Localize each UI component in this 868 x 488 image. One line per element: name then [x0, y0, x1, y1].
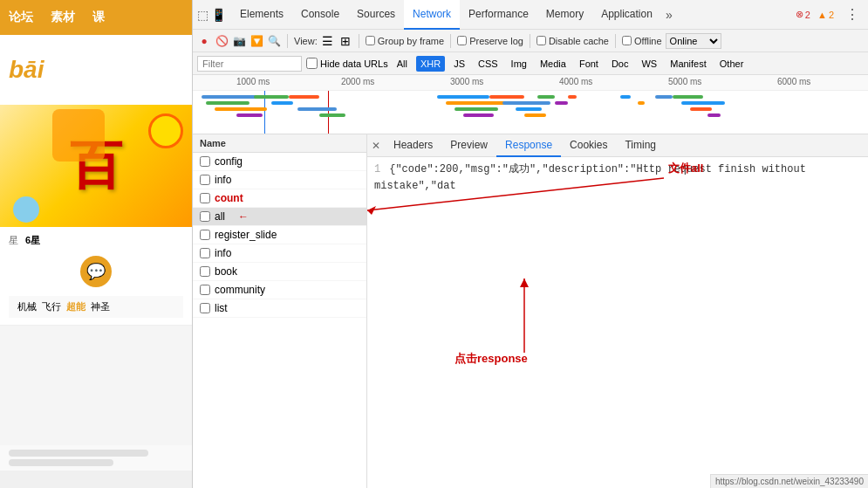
filter-xhr-btn[interactable]: XHR — [416, 56, 445, 72]
search-btn[interactable]: 🔍 — [267, 34, 281, 48]
group-by-frame-checkbox[interactable] — [366, 36, 375, 45]
file-checkbox-register-slide[interactable] — [200, 230, 210, 240]
file-list-header: Name — [193, 134, 366, 153]
file-checkbox-list[interactable] — [200, 303, 210, 313]
tab-headers[interactable]: Headers — [385, 134, 441, 157]
disable-cache-label: Disable cache — [549, 36, 609, 46]
file-item-info-1[interactable]: info — [193, 171, 366, 189]
filter-bar: Hide data URLs All XHR JS CSS Img Media … — [193, 52, 868, 75]
filter-all-btn[interactable]: All — [393, 56, 412, 72]
online-select[interactable]: Online Offline Slow 3G Fast 3G — [666, 33, 721, 49]
hide-data-urls-checkbox[interactable] — [306, 58, 318, 69]
offline-group: Offline — [622, 36, 662, 46]
file-item-all[interactable]: all ← — [193, 208, 366, 226]
filter-doc-btn[interactable]: Doc — [607, 56, 633, 72]
tab-timing[interactable]: Timing — [616, 134, 665, 157]
filter-css-btn[interactable]: CSS — [474, 56, 502, 72]
chat-icon[interactable]: 💬 — [80, 256, 112, 287]
tick-4000: 4000 ms — [559, 77, 592, 86]
tab-elements[interactable]: Elements — [231, 0, 292, 30]
file-checkbox-book[interactable] — [200, 266, 210, 277]
camera-btn[interactable]: 📷 — [232, 34, 246, 48]
file-checkbox-info-1[interactable] — [200, 175, 210, 185]
group-by-frame-group: Group by frame — [366, 36, 444, 46]
tab-application[interactable]: Application — [592, 0, 661, 30]
toolbar-sep-1 — [287, 34, 288, 48]
tl-bar-14 — [489, 95, 524, 99]
file-item-list[interactable]: list — [193, 299, 366, 318]
file-name-all: all — [215, 210, 225, 223]
tag-super: 超能 — [66, 300, 85, 313]
tag-mechanical: 机械 — [17, 300, 37, 313]
file-name-count: count — [215, 192, 243, 204]
file-checkbox-info-2[interactable] — [200, 248, 210, 258]
devtools-tab-bar: ⬚ 📱 Elements Console Sources Network Per… — [193, 0, 868, 30]
webpage-topbar: 论坛 素材 课 — [0, 0, 192, 35]
tl-bar-4 — [236, 113, 263, 117]
topbar-item-2[interactable]: 素材 — [51, 10, 75, 25]
disable-cache-checkbox[interactable] — [537, 36, 546, 45]
file-checkbox-all[interactable] — [200, 211, 210, 222]
tick-5000: 5000 ms — [668, 77, 701, 86]
tab-preview[interactable]: Preview — [441, 134, 496, 157]
tl-bar-10 — [437, 95, 489, 99]
filter-img-btn[interactable]: Img — [507, 56, 531, 72]
tab-performance[interactable]: Performance — [460, 0, 537, 30]
file-item-count[interactable]: count — [193, 189, 366, 208]
tl-bar-23 — [655, 95, 673, 99]
view-large-icon[interactable]: ⊞ — [338, 34, 352, 48]
tab-cookies[interactable]: Cookies — [561, 134, 616, 157]
file-checkbox-count[interactable] — [200, 193, 210, 203]
file-item-config[interactable]: config — [193, 153, 366, 171]
more-tabs-btn[interactable]: » — [661, 8, 677, 22]
offline-checkbox[interactable] — [622, 36, 632, 45]
tab-console[interactable]: Console — [292, 0, 348, 30]
timeline-area: 1000 ms 2000 ms 3000 ms 4000 ms 5000 ms … — [193, 75, 868, 134]
file-item-register-slide[interactable]: register_slide — [193, 226, 366, 244]
file-name-book: book — [215, 265, 237, 278]
preserve-log-checkbox[interactable] — [457, 36, 467, 45]
filter-manifest-btn[interactable]: Manifest — [666, 56, 711, 72]
tab-response[interactable]: Response — [496, 134, 561, 157]
filter-media-btn[interactable]: Media — [536, 56, 571, 72]
file-checkbox-config[interactable] — [200, 156, 210, 167]
filter-font-btn[interactable]: Font — [575, 56, 603, 72]
tick-1000: 1000 ms — [236, 77, 270, 86]
hide-data-urls-label: Hide data URLs — [320, 58, 388, 69]
devtools-cursor-icon[interactable]: ⬚ — [197, 8, 208, 22]
tl-bar-22 — [638, 101, 645, 105]
record-btn[interactable]: ● — [197, 34, 211, 48]
file-name-list: list — [215, 302, 228, 314]
clear-btn[interactable]: 🚫 — [215, 34, 229, 48]
filter-ws-btn[interactable]: WS — [637, 56, 661, 72]
view-list-icon[interactable]: ☰ — [321, 34, 335, 48]
topbar-item-1[interactable]: 论坛 — [9, 10, 33, 25]
tl-bar-3 — [215, 107, 267, 111]
filter-btn[interactable]: 🔽 — [249, 34, 263, 48]
group-by-frame-label: Group by frame — [378, 36, 444, 46]
file-item-community[interactable]: community — [193, 281, 366, 299]
filter-js-btn[interactable]: JS — [449, 56, 469, 72]
filter-other-btn[interactable]: Other — [715, 56, 748, 72]
tab-memory[interactable]: Memory — [537, 0, 592, 30]
detail-panel: ✕ Headers Preview Response Cookies Timin… — [367, 134, 868, 488]
devtools-mobile-icon[interactable]: 📱 — [211, 8, 226, 22]
tab-sources[interactable]: Sources — [348, 0, 404, 30]
tab-network[interactable]: Network — [404, 0, 460, 30]
hide-data-urls-group: Hide data URLs — [306, 58, 388, 69]
preserve-log-group: Preserve log — [457, 36, 523, 46]
devtools-status-icons: ⊗ 2 ▲ 2 ⋮ — [796, 6, 864, 23]
file-item-book[interactable]: book — [193, 263, 366, 281]
tl-bar-16 — [516, 107, 542, 111]
timeline-chart[interactable] — [193, 91, 868, 134]
devtools-more-icon[interactable]: ⋮ — [841, 6, 864, 23]
topbar-item-3[interactable]: 课 — [92, 10, 105, 25]
tl-bar-5 — [254, 95, 289, 99]
filter-input[interactable] — [197, 56, 302, 72]
file-item-info-2[interactable]: info — [193, 244, 366, 263]
tl-bar-17 — [524, 113, 546, 117]
detail-close-btn[interactable]: ✕ — [367, 140, 385, 152]
file-checkbox-community[interactable] — [200, 285, 210, 295]
tick-3000: 3000 ms — [450, 77, 483, 86]
tl-bar-18 — [537, 95, 555, 99]
